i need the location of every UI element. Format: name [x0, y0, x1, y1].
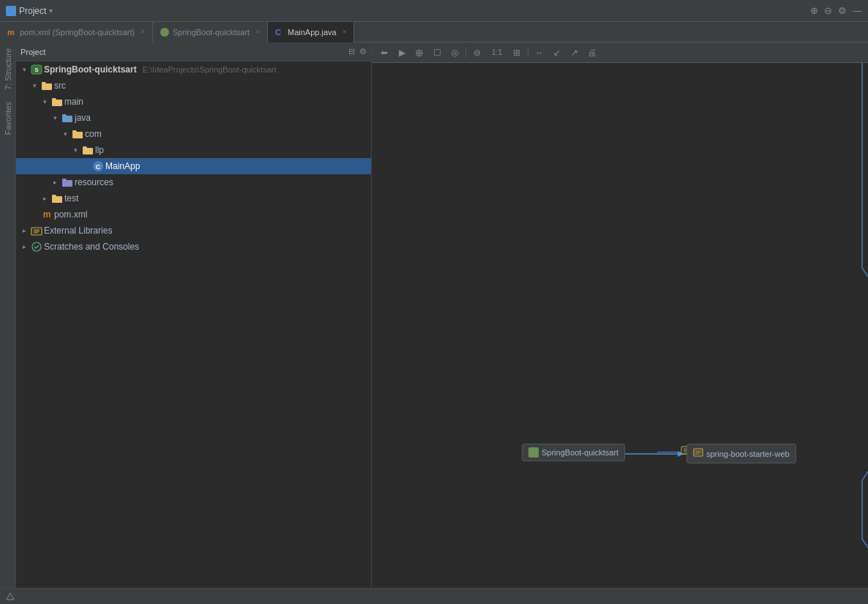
fit-page-icon[interactable]: ☐ [430, 46, 444, 59]
layout-icon[interactable]: ↔ [533, 46, 546, 59]
tree-root-path: E:\IdeaProjects\SpringBoot-quicktsart [143, 65, 277, 74]
bottom-strip [0, 588, 868, 604]
spring-project-icon: S [31, 64, 42, 75]
center-icon[interactable]: ◎ [448, 46, 461, 59]
tree-item-com[interactable]: ▾ com [16, 126, 371, 142]
chevron-main: ▾ [40, 97, 50, 107]
chevron-ext-lib: ▸ [19, 225, 29, 236]
chevron-resources: ▸ [50, 177, 60, 187]
title-bar-actions: ⊕ ⊖ ⚙ — [810, 5, 862, 16]
back-icon[interactable]: ⬅ [378, 46, 391, 59]
svg-line-16 [862, 539, 868, 550]
tab-mainapp-close[interactable]: × [343, 28, 347, 36]
folder-java-icon [61, 112, 73, 124]
diagram-svg [372, 63, 868, 588]
title-bar: Project ▾ ⊕ ⊖ ⚙ — [0, 0, 868, 22]
tree-item-java[interactable]: ▾ java [16, 110, 371, 126]
chevron-scratches: ▸ [19, 242, 29, 252]
panel-toolbar: ⊟ ⚙ [348, 47, 367, 56]
diagram-node-lib[interactable]: spring-boot-starter-web [686, 444, 796, 463]
chevron-llp: ▾ [70, 145, 81, 155]
actual-size-icon[interactable]: 1:1 [488, 46, 506, 59]
editor-area: ⬅ ▶ ⊕ ☐ ◎ ⊖ 1:1 ⊞ ↔ ↙ ↗ 🖨 [372, 42, 868, 588]
tree-item-root[interactable]: ▾ S SpringBoot-quicktsart E:\IdeaProject… [16, 61, 371, 78]
tab-pom-label: pom.xml (SpringBoot-quicktsart) [20, 28, 135, 37]
chevron-test: ▸ [40, 193, 50, 204]
folder-src-icon [41, 80, 53, 92]
zoom-in-icon[interactable]: ⊕ [413, 46, 426, 59]
folder-com-icon [72, 128, 83, 140]
export-icon[interactable]: ↙ [550, 46, 564, 59]
svg-rect-0 [7, 7, 15, 14]
tab-spring-close[interactable]: × [255, 28, 260, 36]
print-icon[interactable]: 🖨 [585, 46, 599, 59]
project-icon [6, 6, 16, 16]
tree-item-pom[interactable]: m pom.xml [16, 206, 371, 223]
tree-root-label: SpringBoot-quicktsart [44, 64, 137, 75]
pom-icon: m [7, 28, 16, 37]
toolbar-sep-2 [528, 48, 528, 58]
mainapp-class-icon: C [92, 160, 104, 172]
project-panel: Project ⊟ ⚙ ▾ S SpringBoot-quicktsart E:… [16, 42, 372, 588]
title-bar-left: Project ▾ [6, 6, 53, 16]
tree-item-ext-lib[interactable]: ▸ External Libraries [16, 223, 371, 239]
tree-item-main[interactable]: ▾ main [16, 94, 371, 110]
node-spring-icon [528, 447, 539, 458]
gear-icon[interactable]: ⚙ [359, 47, 367, 56]
tab-pom-close[interactable]: × [141, 28, 145, 36]
tab-mainapp-label: MainApp.java [288, 28, 337, 37]
tree-resources-label: resources [75, 177, 113, 187]
tree-com-label: com [85, 129, 102, 139]
toolbar-sep-1 [465, 48, 466, 58]
zoom-out-icon[interactable]: ⊖ [471, 46, 484, 59]
scratches-icon [31, 241, 42, 253]
project-label[interactable]: Project [19, 6, 46, 16]
project-chevron[interactable]: ▾ [49, 7, 53, 15]
tab-pom[interactable]: m pom.xml (SpringBoot-quicktsart) × [0, 22, 153, 42]
folder-main-icon [51, 96, 63, 108]
java-icon: C [275, 28, 284, 37]
diagram-node1-label: SpringBoot-quicktsart [542, 448, 618, 457]
spring-icon [160, 28, 169, 37]
minimize-icon[interactable]: — [853, 5, 862, 16]
settings-icon[interactable]: ⚙ [838, 5, 847, 16]
forward-icon[interactable]: ▶ [395, 46, 408, 59]
svg-line-12 [862, 268, 868, 290]
tree-llp-label: llp [95, 145, 104, 155]
chevron-root: ▾ [19, 64, 29, 75]
chevron-pom [29, 209, 40, 220]
panel-title: Project [20, 48, 45, 56]
folder-test-icon [51, 193, 63, 204]
tab-mainapp[interactable]: C MainApp.java × [268, 22, 355, 42]
favorites-tab[interactable]: Favorites [1, 96, 15, 141]
tab-spring[interactable]: SpringBoot-quicktsart × [153, 22, 268, 42]
diagram-canvas[interactable]: SpringBoot-quicktsart —— [372, 63, 868, 588]
diagram-node2-label: spring-boot-starter-web [706, 450, 790, 458]
collapse-all-icon[interactable]: ⊟ [348, 47, 355, 56]
svg-text:C: C [96, 163, 101, 171]
tree-item-mainapp[interactable]: C MainApp [16, 158, 371, 174]
tree-java-label: java [75, 113, 91, 123]
chevron-com: ▾ [60, 129, 70, 139]
svg-line-14 [862, 458, 868, 480]
tree-pom-label: pom.xml [54, 209, 87, 220]
chevron-mainapp [81, 161, 91, 171]
svg-point-10 [32, 242, 41, 251]
tree-mainapp-label: MainApp [105, 161, 140, 171]
remove-module-icon[interactable]: ⊖ [824, 5, 832, 16]
diagram-node-project[interactable]: SpringBoot-quicktsart [522, 444, 625, 461]
project-panel-header: Project ⊟ ⚙ [16, 42, 371, 61]
far-left-tabs: 7: Structure Favorites [0, 42, 16, 588]
add-module-icon[interactable]: ⊕ [810, 5, 818, 16]
fit-content-icon[interactable]: ⊞ [510, 46, 523, 59]
expand-icon[interactable]: ↗ [568, 46, 581, 59]
svg-marker-35 [7, 593, 14, 600]
tree-item-scratches[interactable]: ▸ Scratches and Consoles [16, 239, 371, 255]
tree-item-src[interactable]: ▾ src [16, 78, 371, 94]
tree-item-test[interactable]: ▸ test [16, 190, 371, 206]
tree-item-llp[interactable]: ▾ llp [16, 142, 371, 158]
tree-scratches-label: Scratches and Consoles [44, 242, 139, 252]
node-lib-icon [693, 447, 703, 460]
tree-item-resources[interactable]: ▸ resources [16, 174, 371, 190]
structure-tab[interactable]: 7: Structure [1, 42, 15, 96]
